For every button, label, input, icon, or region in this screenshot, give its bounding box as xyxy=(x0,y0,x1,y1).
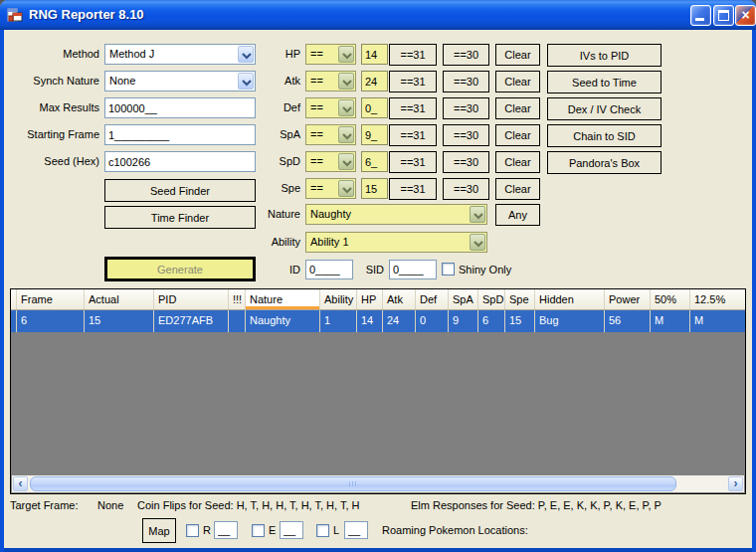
iv-def-op-select[interactable]: == xyxy=(305,97,356,118)
iv-spa-eq31-button[interactable]: ==31 xyxy=(389,124,437,146)
sid-input[interactable] xyxy=(389,260,437,279)
e-input[interactable] xyxy=(280,521,303,539)
iv-atk-op-select[interactable]: == xyxy=(305,71,356,92)
iv-spa-clear-button[interactable]: Clear xyxy=(495,124,540,146)
column-header-actual[interactable]: Actual xyxy=(85,289,154,309)
iv-def-eq31-button[interactable]: ==31 xyxy=(389,97,437,119)
elm-responses-text: Elm Responses for Seed: P, E, E, K, K, P… xyxy=(411,499,662,511)
column-header-def[interactable]: Def xyxy=(416,289,449,309)
chevron-down-icon[interactable] xyxy=(338,73,354,90)
scroll-left-button[interactable]: ‹ xyxy=(13,476,28,491)
iv-spd-eq30-button[interactable]: ==30 xyxy=(443,151,489,173)
iv-spe-clear-button[interactable]: Clear xyxy=(495,178,540,200)
chevron-down-icon[interactable] xyxy=(238,73,254,90)
column-header-ability[interactable]: Ability xyxy=(320,289,357,309)
nature-value: Naughty xyxy=(310,208,351,220)
column-header-spe[interactable]: Spe xyxy=(505,289,535,309)
chevron-down-icon[interactable] xyxy=(338,46,354,63)
iv-atk-eq30-button[interactable]: ==30 xyxy=(443,71,489,92)
max-results-input[interactable] xyxy=(104,97,256,118)
time-finder-button[interactable]: Time Finder xyxy=(104,206,256,229)
iv-spe-op-select[interactable]: == xyxy=(305,178,356,199)
column-header-atk[interactable]: Atk xyxy=(383,289,416,309)
dex-iv-check-button[interactable]: Dex / IV Check xyxy=(547,97,662,120)
column-header-50pct[interactable]: 50% xyxy=(651,289,690,309)
iv-spe-eq30-button[interactable]: ==30 xyxy=(443,178,489,200)
iv-hp-value-input[interactable] xyxy=(361,44,388,65)
minimize-button[interactable] xyxy=(690,5,711,26)
iv-spd-label: SpD xyxy=(267,151,300,172)
chevron-down-icon[interactable] xyxy=(338,99,354,116)
seed-finder-button[interactable]: Seed Finder xyxy=(104,179,256,202)
scroll-right-button[interactable]: › xyxy=(728,476,743,491)
column-header-pid[interactable]: PID xyxy=(154,289,229,309)
chevron-down-icon[interactable] xyxy=(338,153,354,170)
iv-spa-value-input[interactable] xyxy=(361,124,388,145)
iv-def-eq30-button[interactable]: ==30 xyxy=(443,97,489,119)
chevron-down-icon[interactable] xyxy=(470,206,485,223)
chevron-down-icon[interactable] xyxy=(238,46,254,63)
iv-spd-value-input[interactable] xyxy=(361,151,388,172)
iv-atk-eq31-button[interactable]: ==31 xyxy=(389,71,437,92)
nature-select[interactable]: Naughty xyxy=(305,204,487,225)
map-button[interactable]: Map xyxy=(142,518,176,543)
starting-frame-label: Starting Frame xyxy=(5,124,99,145)
l-input[interactable] xyxy=(344,521,368,539)
iv-atk-clear-button[interactable]: Clear xyxy=(495,71,540,92)
iv-def-clear-button[interactable]: Clear xyxy=(495,97,540,119)
column-header-spd[interactable]: SpD xyxy=(478,289,505,309)
chevron-down-icon[interactable] xyxy=(470,234,485,251)
iv-hp-clear-button[interactable]: Clear xyxy=(495,44,540,66)
cell-125pct: M xyxy=(690,310,745,332)
column-header-nature[interactable]: Nature xyxy=(246,289,320,309)
horizontal-scrollbar[interactable]: ‹ › xyxy=(12,475,744,492)
maximize-button[interactable] xyxy=(713,5,734,26)
column-header-alert[interactable]: !!! xyxy=(229,289,246,309)
shiny-only-checkbox[interactable] xyxy=(442,263,455,276)
column-header-hp[interactable]: HP xyxy=(357,289,383,309)
l-checkbox[interactable] xyxy=(316,524,329,537)
iv-spd-eq31-button[interactable]: ==31 xyxy=(389,151,437,173)
iv-def-value-input[interactable] xyxy=(361,97,388,118)
column-header-hidden[interactable]: Hidden xyxy=(535,289,605,309)
iv-hp-eq31-button[interactable]: ==31 xyxy=(389,44,437,66)
app-icon xyxy=(7,7,23,23)
iv-spe-eq31-button[interactable]: ==31 xyxy=(389,178,437,200)
seed-hex-input[interactable] xyxy=(104,151,256,172)
pandoras-box-button[interactable]: Pandora's Box xyxy=(547,151,662,174)
generate-button[interactable]: Generate xyxy=(104,257,256,281)
iv-spd-op-select[interactable]: == xyxy=(305,151,356,172)
id-input[interactable] xyxy=(305,260,353,279)
synch-nature-select[interactable]: None xyxy=(104,71,256,92)
r-checkbox[interactable] xyxy=(186,524,199,537)
chain-to-sid-button[interactable]: Chain to SID xyxy=(547,124,662,147)
iv-spe-label: Spe xyxy=(267,178,300,199)
column-header-125pct[interactable]: 12.5% xyxy=(690,289,745,309)
chevron-down-icon[interactable] xyxy=(338,126,354,143)
roaming-locations-label: Roaming Pokemon Locations: xyxy=(382,520,551,541)
iv-spd-clear-button[interactable]: Clear xyxy=(495,151,540,173)
column-header-spa[interactable]: SpA xyxy=(449,289,478,309)
r-input[interactable] xyxy=(214,521,238,539)
title-bar[interactable]: RNG Reporter 8.10 × xyxy=(0,0,756,30)
method-select[interactable]: Method J xyxy=(104,44,256,65)
table-row[interactable]: 6 15 ED277AFB Naughty 1 14 24 0 9 6 15 B… xyxy=(11,310,745,332)
starting-frame-input[interactable] xyxy=(104,124,256,145)
scroll-thumb[interactable] xyxy=(30,476,676,491)
chevron-down-icon[interactable] xyxy=(338,180,354,197)
e-checkbox[interactable] xyxy=(252,524,265,537)
close-button[interactable]: × xyxy=(735,5,756,26)
minimize-icon xyxy=(695,18,704,21)
iv-spe-value-input[interactable] xyxy=(361,178,388,199)
iv-spa-eq30-button[interactable]: ==30 xyxy=(443,124,489,146)
iv-hp-eq30-button[interactable]: ==30 xyxy=(443,44,489,66)
ivs-to-pid-button[interactable]: IVs to PID xyxy=(547,44,662,67)
ability-select[interactable]: Ability 1 xyxy=(305,232,487,253)
column-header-power[interactable]: Power xyxy=(605,289,651,309)
iv-hp-op-select[interactable]: == xyxy=(305,44,356,65)
iv-spa-op-select[interactable]: == xyxy=(305,124,356,145)
iv-atk-value-input[interactable] xyxy=(361,71,388,92)
any-button[interactable]: Any xyxy=(495,204,540,226)
column-header-frame[interactable]: Frame xyxy=(17,289,85,309)
seed-to-time-button[interactable]: Seed to Time xyxy=(547,71,662,93)
